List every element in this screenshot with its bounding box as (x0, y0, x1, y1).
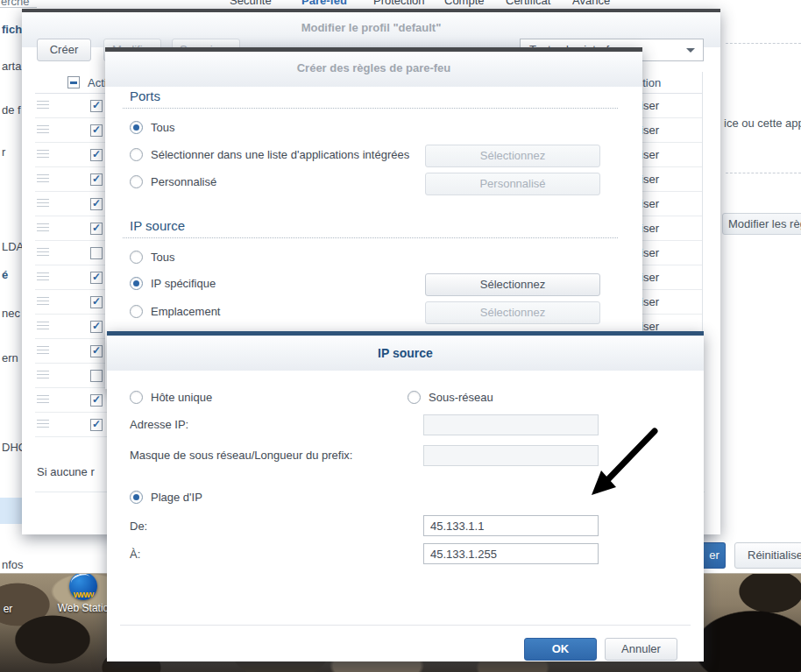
desktop-icon-cut[interactable]: er (0, 589, 21, 615)
tab-protection[interactable]: Protection (373, 0, 425, 7)
ports-select-button[interactable]: Sélectionnez (425, 145, 600, 167)
to-label: À: (130, 548, 140, 561)
rule-enabled-checkbox[interactable] (90, 198, 103, 210)
divider (120, 625, 691, 626)
sidebar-item-fragment: de f (2, 103, 21, 117)
tab-pare-feu[interactable]: Pare-feu (301, 0, 347, 7)
rule-enabled-checkbox[interactable] (90, 272, 103, 284)
tab-s-curit-[interactable]: Sécurité (230, 0, 272, 7)
subnet-radio[interactable] (408, 391, 421, 404)
drag-handle-icon[interactable] (37, 395, 49, 406)
drag-handle-icon[interactable] (37, 371, 49, 381)
web-station-icon[interactable]: www Web Statio (53, 572, 114, 614)
rule-enabled-checkbox[interactable] (90, 394, 103, 407)
divider (726, 43, 801, 44)
rule-enabled-checkbox[interactable] (90, 100, 103, 112)
dialog-ip-source-title: IP source (107, 346, 704, 360)
rule-enabled-checkbox[interactable] (90, 149, 103, 161)
to-ip-field[interactable] (423, 543, 599, 564)
create-rule-button[interactable]: Créer (37, 39, 91, 61)
desktop-icon-label-fragment: er (0, 603, 21, 615)
from-label: De: (130, 520, 147, 533)
ports-builtin-apps-label: Sélectionner dans une liste d'applicatio… (151, 148, 409, 161)
ports-custom-radio[interactable] (130, 175, 143, 188)
drag-handle-icon[interactable] (37, 272, 49, 283)
ports-all-label: Tous (151, 121, 174, 134)
ip-all-label: Tous (151, 251, 174, 264)
single-host-radio[interactable] (130, 391, 143, 404)
subnet-mask-field[interactable] (423, 445, 599, 466)
drag-handle-icon[interactable] (37, 174, 49, 185)
rule-enabled-checkbox[interactable] (90, 247, 103, 259)
select-all-checkbox[interactable] (67, 76, 80, 88)
divider (726, 173, 801, 173)
divider (123, 237, 618, 238)
tab-certificat[interactable]: Certificat (506, 0, 550, 7)
web-station-label: Web Statio (53, 602, 114, 614)
ports-custom-label: Personnalisé (151, 175, 216, 188)
drag-handle-icon[interactable] (37, 199, 49, 209)
sidebar-item-fragment: r (2, 145, 5, 159)
single-host-label: Hôte unique (151, 391, 212, 404)
ip-address-field[interactable] (423, 414, 599, 435)
tab-avanc-[interactable]: Avancé (572, 0, 610, 7)
chevron-down-icon (686, 48, 695, 53)
ip-location-select-button[interactable]: Sélectionnez (425, 301, 600, 324)
drag-handle-icon[interactable] (37, 125, 49, 136)
subnet-mask-label: Masque de sous réseau/Longueur du prefix… (130, 449, 352, 462)
ip-source-section-title: IP source (130, 218, 185, 233)
sidebar-item-fragment: fich (2, 23, 22, 36)
edit-rules-button[interactable]: Modifier les règle (722, 213, 801, 235)
footer-note-fragment: Si aucune r (37, 465, 95, 478)
ip-address-label: Adresse IP: (130, 418, 188, 431)
from-ip-field[interactable] (423, 515, 599, 536)
rule-enabled-checkbox[interactable] (90, 370, 103, 382)
annotation-arrow (574, 416, 670, 513)
drag-handle-icon[interactable] (37, 223, 49, 234)
drag-handle-icon[interactable] (37, 150, 49, 160)
sidebar-item-fragment: arta (2, 60, 21, 73)
divider (123, 108, 618, 109)
help-text-fragment: ice ou cette app (724, 117, 801, 130)
sidebar-item-fragment: ern (2, 351, 18, 364)
ports-builtin-apps-radio[interactable] (130, 148, 143, 161)
rule-enabled-checkbox[interactable] (90, 223, 103, 235)
dialog-create-rule-title: Créer des règles de pare-feu (105, 61, 642, 74)
reset-button[interactable]: Réinitialise (734, 542, 801, 569)
rule-enabled-checkbox[interactable] (90, 419, 103, 431)
tab-compte[interactable]: Compte (444, 0, 485, 7)
subnet-label: Sous-réseau (429, 391, 493, 404)
ok-button[interactable]: OK (524, 638, 597, 661)
ip-specific-label: IP spécifique (151, 277, 216, 290)
rule-enabled-checkbox[interactable] (90, 345, 103, 357)
ports-custom-button[interactable]: Personnalisé (425, 173, 600, 195)
drag-handle-icon[interactable] (37, 101, 49, 111)
ports-all-radio[interactable] (130, 121, 143, 134)
ip-all-radio[interactable] (130, 251, 143, 264)
sidebar-item-fragment: nec (2, 307, 20, 320)
ports-section-title: Ports (130, 88, 160, 103)
sidebar-item-fragment: é (2, 268, 8, 281)
rule-enabled-checkbox[interactable] (90, 173, 103, 186)
dialog-edit-profile-title: Modifier le profil "default" (22, 21, 720, 34)
cancel-button[interactable]: Annuler (605, 638, 677, 661)
drag-handle-icon[interactable] (37, 322, 49, 332)
sidebar-item-fragment: LDA (2, 240, 24, 253)
ip-location-label: Emplacement (151, 305, 220, 318)
ip-range-radio[interactable] (130, 491, 143, 504)
drag-handle-icon[interactable] (37, 248, 49, 258)
ip-specific-select-button[interactable]: Sélectionnez (425, 273, 600, 296)
ip-specific-radio[interactable] (130, 277, 143, 290)
rule-enabled-checkbox[interactable] (90, 296, 103, 308)
www-globe-icon: www (69, 572, 97, 600)
drag-handle-icon[interactable] (37, 297, 49, 308)
rule-enabled-checkbox[interactable] (90, 321, 103, 333)
search-underline (0, 7, 37, 8)
ip-range-label: Plage d'IP (151, 491, 202, 504)
drag-handle-icon[interactable] (37, 420, 49, 430)
rule-enabled-checkbox[interactable] (90, 124, 103, 137)
apply-button-fragment[interactable]: er (704, 542, 726, 569)
drag-handle-icon[interactable] (37, 346, 49, 357)
ip-location-radio[interactable] (130, 305, 143, 318)
sidebar-item-fragment: nfos (2, 558, 24, 571)
